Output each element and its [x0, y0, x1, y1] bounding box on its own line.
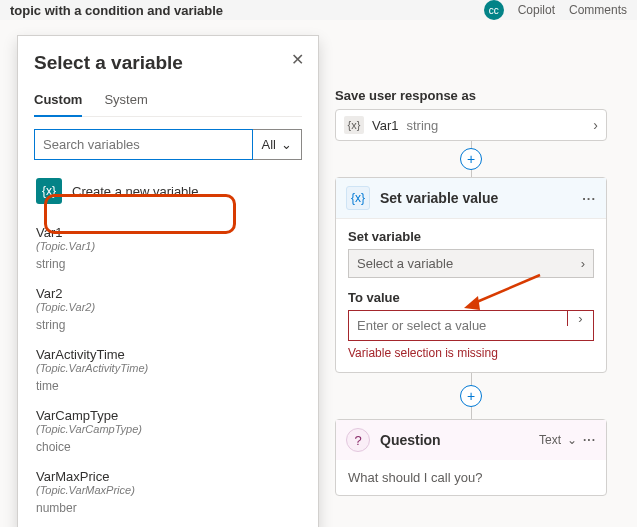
select-variable-picker[interactable]: Select a variable ›: [348, 249, 594, 278]
question-type-label[interactable]: Text: [539, 433, 561, 447]
variable-type: choice: [36, 440, 300, 454]
chevron-right-icon: ›: [581, 256, 585, 271]
set-node-title: Set variable value: [380, 190, 498, 206]
set-variable-label: Set variable: [348, 229, 594, 244]
question-prompt[interactable]: What should I call you?: [336, 460, 606, 495]
create-variable-label: Create a new variable: [72, 184, 198, 199]
comments-link[interactable]: Comments: [569, 3, 627, 17]
save-response-node[interactable]: {x} Var1 string ›: [335, 109, 607, 141]
save-response-label: Save user response as: [335, 88, 607, 103]
top-bar: topic with a condition and variable cc C…: [0, 0, 637, 20]
variable-name: VarActivityTime: [36, 347, 300, 362]
tab-custom[interactable]: Custom: [34, 92, 82, 117]
variable-item[interactable]: Var2 (Topic.Var2) string: [34, 281, 302, 342]
variable-icon: {x}: [344, 116, 364, 134]
close-button[interactable]: ✕: [291, 50, 304, 69]
variable-list: Var1 (Topic.Var1) string Var2 (Topic.Var…: [34, 220, 302, 525]
select-variable-flyout: Select a variable ✕ Custom System All ⌄ …: [17, 35, 319, 527]
save-var-type: string: [407, 118, 439, 133]
flyout-title: Select a variable: [34, 52, 302, 74]
variable-name: VarMaxPrice: [36, 469, 300, 484]
variable-type: number: [36, 501, 300, 515]
variable-badge-icon: {x}: [36, 178, 62, 204]
variable-type: time: [36, 379, 300, 393]
connector: +: [335, 141, 607, 177]
variable-item[interactable]: VarMaxPrice (Topic.VarMaxPrice) number: [34, 464, 302, 525]
select-variable-placeholder: Select a variable: [357, 256, 453, 271]
variable-name: Var1: [36, 225, 300, 240]
create-variable-button[interactable]: {x} Create a new variable: [34, 174, 302, 214]
save-var-name: Var1: [372, 118, 399, 133]
copilot-link[interactable]: Copilot: [518, 3, 555, 17]
variable-path: (Topic.VarCampType): [36, 423, 300, 435]
node-more-button[interactable]: ···: [583, 433, 596, 447]
variable-path: (Topic.VarMaxPrice): [36, 484, 300, 496]
tab-system[interactable]: System: [104, 92, 147, 116]
filter-label: All: [262, 137, 276, 152]
chevron-right-icon: ›: [593, 117, 598, 133]
chevron-down-icon: ⌄: [567, 433, 577, 447]
to-value-input[interactable]: [349, 311, 567, 340]
variable-item[interactable]: VarCampType (Topic.VarCampType) choice: [34, 403, 302, 464]
to-value-label: To value: [348, 290, 594, 305]
search-input[interactable]: [34, 129, 253, 160]
variable-path: (Topic.VarActivityTime): [36, 362, 300, 374]
variable-path: (Topic.Var1): [36, 240, 300, 252]
to-value-expand-button[interactable]: ›: [567, 311, 593, 326]
chevron-down-icon: ⌄: [281, 137, 292, 152]
authoring-canvas: Save user response as {x} Var1 string › …: [0, 20, 637, 527]
node-more-button[interactable]: ···: [582, 191, 596, 206]
question-node: ? Question Text ⌄ ··· What should I call…: [335, 419, 607, 496]
variable-node-icon: {x}: [346, 186, 370, 210]
variable-name: Var2: [36, 286, 300, 301]
variable-path: (Topic.Var2): [36, 301, 300, 313]
set-variable-node: {x} Set variable value ··· Set variable …: [335, 177, 607, 373]
to-value-field[interactable]: ›: [348, 310, 594, 341]
page-title-fragment: topic with a condition and variable: [10, 3, 223, 18]
question-icon: ?: [346, 428, 370, 452]
variable-type: string: [36, 257, 300, 271]
variable-type: string: [36, 318, 300, 332]
variable-item[interactable]: VarActivityTime (Topic.VarActivityTime) …: [34, 342, 302, 403]
filter-button[interactable]: All ⌄: [253, 129, 302, 160]
add-node-button[interactable]: +: [460, 385, 482, 407]
variable-name: VarCampType: [36, 408, 300, 423]
variable-item[interactable]: Var1 (Topic.Var1) string: [34, 220, 302, 281]
validation-error: Variable selection is missing: [348, 346, 594, 360]
question-node-title: Question: [380, 432, 441, 448]
avatar[interactable]: cc: [484, 0, 504, 20]
flyout-tabs: Custom System: [34, 92, 302, 117]
add-node-button[interactable]: +: [460, 148, 482, 170]
connector: +: [335, 373, 607, 419]
